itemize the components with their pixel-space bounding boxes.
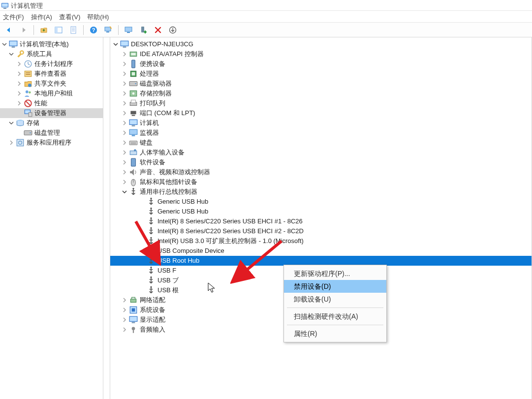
nav-storage[interactable]: 存储 (0, 118, 103, 128)
chevron-right-icon[interactable] (121, 90, 128, 97)
chevron-right-icon[interactable] (121, 149, 128, 156)
cat-portable[interactable]: 便携设备 (110, 59, 532, 69)
chevron-right-icon[interactable] (121, 316, 128, 323)
chevron-right-icon[interactable] (121, 110, 128, 117)
keyboards-icon (129, 138, 138, 147)
panel-toggle-button[interactable] (53, 24, 64, 36)
nav-system-tools[interactable]: 系统工具 (0, 49, 103, 59)
device-root[interactable]: DESKTOP-NJEU3CG (110, 39, 532, 49)
cat-ports[interactable]: 端口 (COM 和 LPT) (110, 108, 532, 118)
tree-label: 事件查看器 (34, 69, 66, 79)
cat-print_queues[interactable]: 打印队列 (110, 98, 532, 108)
tree-label: 服务和应用程序 (27, 138, 71, 148)
nav-root[interactable]: 计算机管理(本地) (0, 39, 103, 49)
usb-child-root_hub[interactable]: USB Root Hub (110, 256, 532, 266)
usb-child-hub2[interactable]: Generic USB Hub (110, 207, 532, 216)
cat-usb[interactable]: 通用串行总线控制器 (110, 187, 532, 197)
help-button[interactable]: ? (88, 24, 99, 36)
chevron-right-icon[interactable] (121, 61, 128, 67)
nav-local-users[interactable]: 本地用户和组 (0, 89, 103, 98)
nav-services-apps[interactable]: 服务和应用程序 (0, 138, 103, 148)
chevron-right-icon[interactable] (121, 70, 128, 77)
up-folder-button[interactable] (38, 24, 50, 36)
monitor-button[interactable] (123, 24, 134, 36)
delete-button[interactable] (152, 24, 164, 36)
chevron-down-icon[interactable] (112, 41, 119, 48)
chevron-right-icon[interactable] (121, 307, 128, 313)
back-button[interactable] (3, 24, 15, 36)
chevron-right-icon[interactable] (121, 139, 128, 146)
menu-view[interactable]: 查看(V) (59, 13, 80, 22)
cm-update-driver[interactable]: 更新驱动程序(P)... (284, 267, 386, 280)
processor-icon (129, 69, 138, 78)
context-menu[interactable]: 更新驱动程序(P)... 禁用设备(D) 卸载设备(U) 扫描检测硬件改动(A)… (283, 265, 387, 342)
chevron-right-icon[interactable] (121, 297, 128, 304)
chevron-right-icon[interactable] (121, 100, 128, 107)
users-icon (24, 89, 32, 98)
chevron-right-icon[interactable] (16, 80, 23, 87)
cat-software_devices[interactable]: 软件设备 (110, 157, 532, 167)
nav-system-tools-label: 系统工具 (27, 49, 52, 59)
chevron-right-icon[interactable] (121, 51, 128, 58)
monitors-icon (129, 128, 138, 137)
cm-scan-hardware[interactable]: 扫描检测硬件改动(A) (284, 310, 386, 323)
install-button[interactable] (167, 24, 179, 36)
properties-button[interactable] (67, 24, 79, 36)
chevron-right-icon[interactable] (16, 70, 23, 77)
cm-disable-device[interactable]: 禁用设备(D) (284, 280, 386, 293)
refresh-device-button[interactable] (102, 24, 114, 36)
chevron-right-icon[interactable] (121, 120, 128, 126)
menu-help[interactable]: 帮助(H) (87, 13, 109, 22)
chevron-down-icon[interactable] (8, 120, 15, 126)
nav-performance[interactable]: 性能 (0, 98, 103, 108)
forward-button[interactable] (18, 24, 30, 36)
chevron-right-icon[interactable] (16, 90, 23, 97)
cat-processor[interactable]: 处理器 (110, 69, 532, 79)
cm-properties[interactable]: 属性(R) (284, 327, 386, 340)
cat-ide[interactable]: IDE ATA/ATAPI 控制器 (110, 49, 532, 59)
toolbar-separator (33, 25, 34, 35)
cat-keyboards[interactable]: 键盘 (110, 138, 532, 148)
usb-child-ehci2[interactable]: Intel(R) 8 Series/C220 Series USB EHCI #… (110, 226, 532, 236)
cat-storage_ctrl[interactable]: 存储控制器 (110, 89, 532, 98)
nav-shared-folders[interactable]: 共享文件夹 (0, 79, 103, 89)
usb-child-ehci1[interactable]: Intel(R) 8 Series/C220 Series USB EHCI #… (110, 216, 532, 226)
chevron-right-icon[interactable] (8, 139, 15, 146)
cat-mice[interactable]: 鼠标和其他指针设备 (110, 177, 532, 187)
chevron-down-icon[interactable] (8, 51, 15, 58)
menu-file[interactable]: 文件(F) (3, 13, 24, 22)
nav-task-scheduler[interactable]: 任务计划程序 (0, 59, 103, 69)
chevron-right-icon[interactable] (121, 80, 128, 87)
cat-hid[interactable]: 人体学输入设备 (110, 148, 532, 157)
cat-disk_drives[interactable]: 磁盘驱动器 (110, 79, 532, 89)
splitter[interactable] (103, 37, 110, 399)
tree-label: 共享文件夹 (34, 79, 66, 89)
tree-label: 处理器 (140, 69, 159, 79)
chevron-right-icon[interactable] (16, 100, 23, 107)
svg-rect-42 (131, 100, 136, 103)
chevron-right-icon[interactable] (121, 159, 128, 166)
cat-computer[interactable]: 计算机 (110, 118, 532, 128)
chevron-right-icon[interactable] (121, 179, 128, 185)
cm-uninstall-device[interactable]: 卸载设备(U) (284, 293, 386, 306)
device-tree-pane[interactable]: DESKTOP-NJEU3CG IDE ATA/ATAPI 控制器便携设备处理器… (110, 37, 532, 399)
usb-child-xhci[interactable]: Intel(R) USB 3.0 可扩展主机控制器 - 1.0 (Microso… (110, 236, 532, 246)
svg-rect-15 (12, 47, 15, 48)
nav-event-viewer[interactable]: 事件查看器 (0, 69, 103, 79)
add-device-button[interactable] (137, 24, 149, 36)
menu-action[interactable]: 操作(A) (31, 13, 52, 22)
tree-label: 存储 (27, 118, 39, 128)
usb-child-hub1[interactable]: Generic USB Hub (110, 197, 532, 207)
cat-sound[interactable]: 声音、视频和游戏控制器 (110, 167, 532, 177)
chevron-down-icon[interactable] (121, 188, 128, 195)
chevron-right-icon[interactable] (121, 326, 128, 333)
left-nav-pane[interactable]: 计算机管理(本地) 系统工具 任务计划程序 (0, 37, 103, 399)
chevron-down-icon[interactable] (1, 41, 8, 48)
cat-monitors[interactable]: 监视器 (110, 128, 532, 138)
chevron-right-icon[interactable] (121, 129, 128, 136)
chevron-right-icon[interactable] (121, 169, 128, 176)
nav-disk-mgmt[interactable]: 磁盘管理 (0, 128, 103, 138)
usb-child-composite[interactable]: USB Composite Device (110, 246, 532, 256)
nav-device-manager[interactable]: 设备管理器 (0, 108, 103, 118)
chevron-right-icon[interactable] (16, 61, 23, 67)
